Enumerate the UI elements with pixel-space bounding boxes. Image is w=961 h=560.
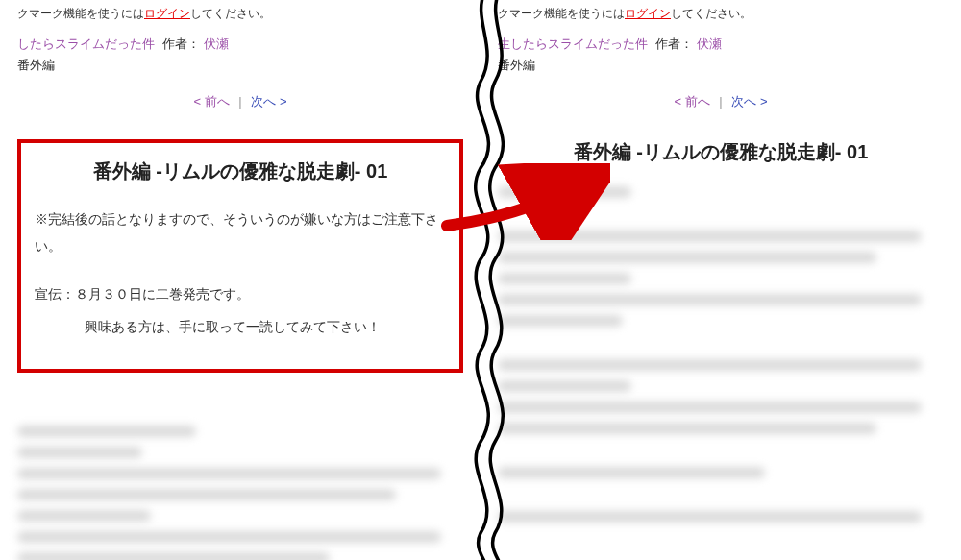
before-panel: クマーク機能を使うにはログインしてください。 したらスライムだった件 作者：伏瀬… bbox=[0, 0, 480, 560]
series-line: 生したらスライムだった件 作者：伏瀬 bbox=[498, 36, 944, 53]
blurred-line bbox=[17, 426, 196, 437]
blurred-line bbox=[498, 294, 922, 305]
body-text-blurred bbox=[17, 426, 463, 560]
arc-subtitle: 番外編 bbox=[498, 57, 944, 74]
after-panel: クマーク機能を使うにはログインしてください。 生したらスライムだった件 作者：伏… bbox=[480, 0, 961, 560]
blurred-line bbox=[498, 511, 922, 523]
nav-prev-link[interactable]: < 前へ bbox=[674, 94, 709, 109]
blurred-line bbox=[498, 467, 765, 478]
blurred-line bbox=[498, 231, 922, 242]
blurred-line bbox=[498, 359, 922, 371]
divider bbox=[27, 402, 454, 402]
blurred-line bbox=[17, 447, 142, 458]
blurred-line bbox=[498, 273, 631, 284]
bookmark-notice: クマーク機能を使うにはログインしてください。 bbox=[17, 6, 463, 22]
blurred-line bbox=[498, 252, 876, 263]
login-link[interactable]: ログイン bbox=[144, 7, 190, 20]
chapter-title: 番外編 -リムルの優雅な脱走劇- 01 bbox=[498, 139, 944, 165]
arc-subtitle: 番外編 bbox=[17, 57, 463, 74]
login-link[interactable]: ログイン bbox=[625, 7, 671, 20]
nav-separator: | bbox=[238, 94, 241, 109]
blurred-line bbox=[17, 489, 396, 500]
preface-line-1: ※完結後の話となりますので、そういうのが嫌いな方はご注意下さい。 bbox=[35, 206, 446, 259]
body-text-blurred bbox=[498, 186, 944, 523]
author-label: 作者： bbox=[162, 37, 200, 51]
blurred-line bbox=[498, 402, 922, 413]
chapter-nav: < 前へ | 次へ > bbox=[498, 93, 944, 110]
nav-next-link[interactable]: 次へ > bbox=[731, 94, 767, 109]
blurred-line bbox=[498, 315, 623, 327]
author-link[interactable]: 伏瀬 bbox=[204, 37, 229, 51]
blurred-line bbox=[17, 468, 441, 479]
blurred-line bbox=[498, 423, 876, 434]
series-line: したらスライムだった件 作者：伏瀬 bbox=[17, 36, 463, 53]
chapter-title: 番外編 -リムルの優雅な脱走劇- 01 bbox=[35, 158, 446, 184]
preface-line-2: 宣伝：８月３０日に二巻発売です。 bbox=[35, 280, 446, 307]
nav-separator: | bbox=[719, 94, 722, 109]
bookmark-prefix: クマーク機能を使うには bbox=[498, 7, 625, 20]
blurred-line bbox=[498, 380, 631, 392]
bookmark-notice: クマーク機能を使うにはログインしてください。 bbox=[498, 6, 944, 22]
author-label: 作者： bbox=[655, 37, 693, 51]
blurred-line bbox=[17, 552, 330, 560]
blurred-line bbox=[17, 510, 151, 522]
series-title-link[interactable]: 生したらスライムだった件 bbox=[498, 37, 648, 51]
blurred-line bbox=[17, 531, 441, 543]
series-title-link[interactable]: したらスライムだった件 bbox=[17, 37, 155, 51]
preface-highlight-box: 番外編 -リムルの優雅な脱走劇- 01 ※完結後の話となりますので、そういうのが… bbox=[17, 139, 463, 373]
bookmark-suffix: してください。 bbox=[671, 7, 752, 20]
nav-next-link[interactable]: 次へ > bbox=[251, 94, 286, 109]
chapter-nav: < 前へ | 次へ > bbox=[17, 93, 463, 110]
blurred-line bbox=[498, 186, 631, 198]
nav-prev-link[interactable]: < 前へ bbox=[193, 94, 229, 109]
author-link[interactable]: 伏瀬 bbox=[697, 37, 722, 51]
bookmark-prefix: クマーク機能を使うには bbox=[17, 7, 144, 20]
bookmark-suffix: してください。 bbox=[190, 7, 271, 20]
preface-line-3: 興味ある方は、手に取って一読してみて下さい！ bbox=[35, 313, 446, 340]
preface-text: ※完結後の話となりますので、そういうのが嫌いな方はご注意下さい。 宣伝：８月３０… bbox=[35, 206, 446, 340]
